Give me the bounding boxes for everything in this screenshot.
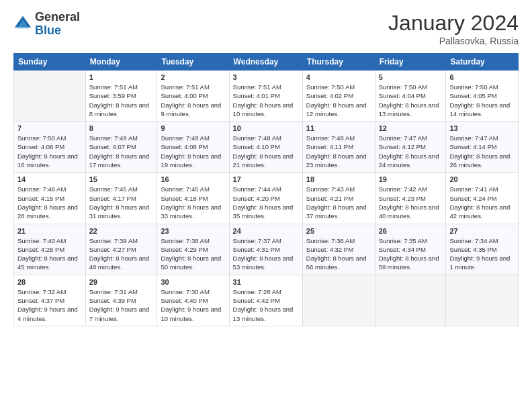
sunset-text: Sunset: 4:15 PM: [17, 195, 64, 202]
cell-content: Sunrise: 7:48 AMSunset: 4:10 PMDaylight:…: [233, 134, 299, 169]
day-number: 1: [89, 73, 154, 81]
header-row: Sunday Monday Tuesday Wednesday Thursday…: [14, 54, 519, 71]
sunrise-text: Sunrise: 7:51 AM: [89, 83, 138, 91]
cell-content: Sunrise: 7:40 AMSunset: 4:26 PMDaylight:…: [17, 236, 82, 272]
daylight-text: Daylight: 9 hours and 4 minutes.: [17, 306, 78, 322]
cell-content: Sunrise: 7:48 AMSunset: 4:11 PMDaylight:…: [306, 134, 371, 169]
sunset-text: Sunset: 4:18 PM: [161, 195, 208, 202]
col-saturday: Saturday: [446, 54, 519, 71]
sunset-text: Sunset: 4:10 PM: [233, 143, 280, 150]
sunset-text: Sunset: 4:17 PM: [89, 195, 136, 202]
day-number: 28: [17, 278, 82, 286]
sunset-text: Sunset: 4:21 PM: [306, 195, 353, 202]
sunset-text: Sunset: 4:39 PM: [89, 297, 136, 304]
cell-w3-d2: 23Sunrise: 7:38 AMSunset: 4:29 PMDayligh…: [157, 224, 229, 275]
sunset-text: Sunset: 4:26 PM: [17, 246, 64, 253]
daylight-text: Daylight: 8 hours and 23 minutes.: [306, 152, 367, 169]
cell-w3-d6: 27Sunrise: 7:34 AMSunset: 4:35 PMDayligh…: [446, 224, 519, 275]
day-number: 2: [161, 73, 225, 81]
sunset-text: Sunset: 4:06 PM: [17, 143, 64, 150]
sunset-text: Sunset: 4:12 PM: [379, 143, 426, 150]
page: General Blue January 2024 Pallasovka, Ru…: [0, 0, 532, 411]
cell-content: Sunrise: 7:31 AMSunset: 4:39 PMDaylight:…: [89, 287, 154, 323]
sunrise-text: Sunrise: 7:45 AM: [161, 185, 209, 193]
daylight-text: Daylight: 8 hours and 35 minutes.: [233, 203, 294, 220]
sunrise-text: Sunrise: 7:51 AM: [233, 83, 281, 91]
cell-content: Sunrise: 7:43 AMSunset: 4:21 PMDaylight:…: [306, 185, 371, 220]
sunrise-text: Sunrise: 7:48 AM: [233, 134, 281, 142]
sunset-text: Sunset: 4:05 PM: [449, 92, 496, 99]
daylight-text: Daylight: 8 hours and 14 minutes.: [449, 101, 510, 118]
day-number: 4: [306, 73, 371, 81]
cell-w3-d5: 26Sunrise: 7:35 AMSunset: 4:34 PMDayligh…: [375, 224, 446, 275]
sunrise-text: Sunrise: 7:28 AM: [233, 288, 281, 295]
daylight-text: Daylight: 8 hours and 59 minutes.: [379, 255, 439, 271]
daylight-text: Daylight: 8 hours and 48 minutes.: [89, 255, 150, 271]
daylight-text: Daylight: 8 hours and 13 minutes.: [379, 101, 439, 118]
daylight-text: Daylight: 8 hours and 21 minutes.: [233, 152, 294, 169]
sunrise-text: Sunrise: 7:31 AM: [89, 288, 138, 295]
col-wednesday: Wednesday: [229, 54, 302, 71]
cell-content: Sunrise: 7:37 AMSunset: 4:31 PMDaylight:…: [233, 236, 299, 272]
day-number: 21: [17, 227, 82, 235]
cell-w4-d4: [302, 275, 375, 326]
cell-content: Sunrise: 7:41 AMSunset: 4:24 PMDaylight:…: [449, 185, 515, 220]
sunset-text: Sunset: 4:32 PM: [306, 246, 353, 253]
sunrise-text: Sunrise: 7:35 AM: [379, 237, 427, 244]
week-row-4: 28Sunrise: 7:32 AMSunset: 4:37 PMDayligh…: [14, 275, 519, 326]
sunrise-text: Sunrise: 7:37 AM: [233, 237, 281, 244]
cell-w1-d4: 11Sunrise: 7:48 AMSunset: 4:11 PMDayligh…: [302, 122, 375, 173]
day-number: 11: [306, 124, 371, 132]
cell-content: Sunrise: 7:45 AMSunset: 4:18 PMDaylight:…: [161, 185, 225, 220]
sunrise-text: Sunrise: 7:49 AM: [89, 134, 138, 142]
cell-w1-d6: 13Sunrise: 7:47 AMSunset: 4:14 PMDayligh…: [446, 122, 519, 173]
logo-icon: [13, 15, 32, 34]
daylight-text: Daylight: 8 hours and 37 minutes.: [306, 203, 367, 220]
cell-content: Sunrise: 7:42 AMSunset: 4:23 PMDaylight:…: [379, 185, 443, 220]
cell-content: Sunrise: 7:30 AMSunset: 4:40 PMDaylight:…: [161, 287, 225, 323]
sunset-text: Sunset: 4:24 PM: [449, 195, 496, 202]
sunrise-text: Sunrise: 7:39 AM: [89, 237, 138, 244]
cell-w3-d4: 25Sunrise: 7:36 AMSunset: 4:32 PMDayligh…: [302, 224, 375, 275]
cell-w2-d3: 17Sunrise: 7:44 AMSunset: 4:20 PMDayligh…: [229, 173, 302, 224]
cell-w0-d1: 1Sunrise: 7:51 AMSunset: 3:59 PMDaylight…: [85, 71, 157, 122]
col-sunday: Sunday: [14, 54, 86, 71]
sunset-text: Sunset: 4:04 PM: [379, 92, 426, 99]
day-number: 23: [161, 227, 225, 235]
cell-w4-d5: [375, 275, 446, 326]
sunset-text: Sunset: 4:07 PM: [89, 143, 136, 150]
cell-w0-d6: 6Sunrise: 7:50 AMSunset: 4:05 PMDaylight…: [446, 71, 519, 122]
cell-w4-d2: 30Sunrise: 7:30 AMSunset: 4:40 PMDayligh…: [157, 275, 229, 326]
cell-w2-d0: 14Sunrise: 7:46 AMSunset: 4:15 PMDayligh…: [14, 173, 86, 224]
calendar-table: Sunday Monday Tuesday Wednesday Thursday…: [13, 53, 519, 326]
col-thursday: Thursday: [302, 54, 375, 71]
month-year: January 2024: [388, 11, 519, 36]
daylight-text: Daylight: 9 hours and 10 minutes.: [161, 306, 221, 322]
daylight-text: Daylight: 8 hours and 42 minutes.: [449, 203, 510, 220]
cell-content: Sunrise: 7:47 AMSunset: 4:12 PMDaylight:…: [379, 134, 443, 169]
sunset-text: Sunset: 4:08 PM: [161, 143, 208, 150]
day-number: 20: [449, 175, 515, 183]
col-tuesday: Tuesday: [157, 54, 229, 71]
daylight-text: Daylight: 8 hours and 45 minutes.: [17, 255, 78, 271]
cell-content: Sunrise: 7:38 AMSunset: 4:29 PMDaylight:…: [161, 236, 225, 272]
cell-w2-d4: 18Sunrise: 7:43 AMSunset: 4:21 PMDayligh…: [302, 173, 375, 224]
sunset-text: Sunset: 4:14 PM: [449, 143, 496, 150]
day-number: 26: [379, 227, 443, 235]
cell-content: Sunrise: 7:51 AMSunset: 4:01 PMDaylight:…: [233, 83, 299, 118]
calendar-header: Sunday Monday Tuesday Wednesday Thursday…: [14, 54, 519, 71]
day-number: 16: [161, 175, 225, 183]
week-row-2: 14Sunrise: 7:46 AMSunset: 4:15 PMDayligh…: [14, 173, 519, 224]
cell-w4-d6: [446, 275, 519, 326]
day-number: 24: [233, 227, 299, 235]
cell-w2-d1: 15Sunrise: 7:45 AMSunset: 4:17 PMDayligh…: [85, 173, 157, 224]
cell-w3-d0: 21Sunrise: 7:40 AMSunset: 4:26 PMDayligh…: [14, 224, 86, 275]
daylight-text: Daylight: 8 hours and 24 minutes.: [379, 152, 439, 169]
cell-w1-d1: 8Sunrise: 7:49 AMSunset: 4:07 PMDaylight…: [85, 122, 157, 173]
cell-w0-d3: 3Sunrise: 7:51 AMSunset: 4:01 PMDaylight…: [229, 71, 302, 122]
sunset-text: Sunset: 4:40 PM: [161, 297, 208, 304]
sunrise-text: Sunrise: 7:46 AM: [17, 185, 66, 193]
sunrise-text: Sunrise: 7:44 AM: [233, 185, 281, 193]
cell-w3-d3: 24Sunrise: 7:37 AMSunset: 4:31 PMDayligh…: [229, 224, 302, 275]
col-monday: Monday: [85, 54, 157, 71]
